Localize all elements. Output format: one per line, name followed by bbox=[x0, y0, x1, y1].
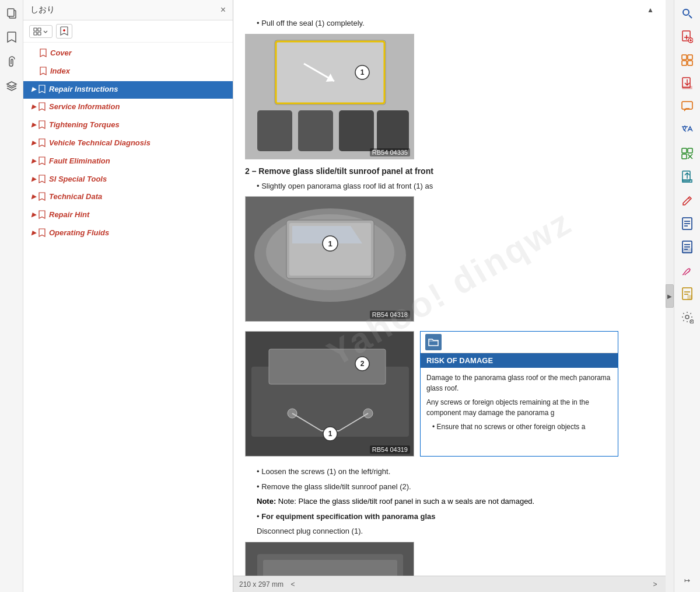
translate-button[interactable] bbox=[677, 120, 697, 140]
doc-image-3: 2 1 RB54 04319 bbox=[245, 331, 414, 457]
right-iconbar-collapse-button[interactable]: ↦ bbox=[677, 572, 697, 588]
svg-rect-10 bbox=[377, 110, 409, 151]
arrow-repair-hint-icon: ▶ bbox=[32, 211, 36, 219]
arrow-service-icon: ▶ bbox=[32, 103, 36, 111]
svg-rect-68 bbox=[682, 249, 692, 253]
content-scroll-area[interactable]: Yahoo! dinqwz ▲ Pull off the seal (1) co… bbox=[233, 0, 666, 576]
doc-image-4: 1 bbox=[245, 542, 414, 576]
content-wrapper: ◀ Yahoo! dinqwz ▲ Pull off the seal (1) … bbox=[233, 0, 700, 592]
layers-icon[interactable] bbox=[4, 78, 20, 95]
svg-text:1: 1 bbox=[360, 68, 365, 76]
bookmark-nav-icon[interactable] bbox=[4, 29, 20, 46]
svg-rect-5 bbox=[38, 32, 41, 35]
sidebar-item-service-information[interactable]: ▶ Service Information bbox=[23, 99, 233, 117]
sidebar-item-repair-label: Repair Instructions bbox=[49, 84, 228, 95]
scroll-up-button[interactable]: ▲ bbox=[647, 6, 654, 14]
sidebar-item-si-label: SI Special Tools bbox=[49, 174, 228, 184]
grid-view-button[interactable] bbox=[29, 25, 52, 38]
document-list-button[interactable] bbox=[677, 237, 697, 257]
car-roof-img: 1 bbox=[246, 197, 414, 321]
comment-button[interactable] bbox=[677, 97, 697, 117]
settings-button[interactable] bbox=[677, 307, 697, 327]
download-button[interactable] bbox=[677, 74, 697, 93]
sidebar-item-operating-fluids[interactable]: ▶ Operating Fluids bbox=[23, 225, 233, 243]
bookmark-repair-hint-icon bbox=[38, 210, 46, 222]
scissors-button[interactable] bbox=[677, 144, 697, 163]
svg-rect-7 bbox=[257, 110, 292, 151]
sidebar-item-vehicle-label: Vehicle Technical Diagnosis bbox=[49, 138, 228, 148]
export-button[interactable] bbox=[677, 167, 697, 187]
edit-button[interactable] bbox=[677, 190, 697, 210]
arrow-si-icon: ▶ bbox=[32, 175, 36, 183]
sidebar-item-repair-instructions[interactable]: ▶ Repair Instructions bbox=[23, 81, 233, 99]
risk-line-2: Any screws or foreign objects remaining … bbox=[426, 397, 612, 418]
status-right-arrow[interactable]: > bbox=[650, 580, 660, 589]
copy-icon[interactable] bbox=[4, 5, 20, 21]
svg-rect-51 bbox=[688, 61, 692, 65]
document-yellow-button[interactable] bbox=[677, 284, 697, 304]
layout-view-button[interactable] bbox=[677, 50, 697, 70]
sidebar-item-si-special-tools[interactable]: ▶ SI Special Tools bbox=[23, 171, 233, 189]
sidebar-item-technical-label: Technical Data bbox=[49, 191, 228, 202]
bookmark-si-icon bbox=[38, 175, 46, 186]
document-blue-button[interactable] bbox=[677, 214, 697, 234]
svg-rect-56 bbox=[682, 154, 687, 159]
sidebar-item-fault-label: Fault Elimination bbox=[49, 156, 228, 166]
risk-box-folder-icon bbox=[425, 334, 442, 350]
sidebar-item-cover-label: Cover bbox=[50, 48, 228, 58]
bookmark-vehicle-icon bbox=[38, 138, 46, 150]
page-size-label: 210 x 297 mm bbox=[239, 580, 284, 588]
content-bullet-2: Slightly open panorama glass roof lid at… bbox=[257, 180, 654, 192]
arrow-tightening-icon: ▶ bbox=[32, 121, 36, 129]
risk-box-icon-row bbox=[421, 332, 618, 353]
svg-rect-4 bbox=[34, 32, 37, 35]
content-bullet-5b: Disconnect plug connection (1). bbox=[257, 525, 654, 537]
status-left-arrow[interactable]: < bbox=[288, 580, 298, 589]
risk-bullet: Ensure that no screws or other foreign o… bbox=[432, 422, 612, 432]
arrow-operating-icon: ▶ bbox=[32, 229, 36, 237]
car-interior-img: 1 bbox=[246, 34, 414, 159]
document-add-button[interactable] bbox=[677, 27, 697, 47]
doc-image-1: 1 RB54 04335 bbox=[245, 34, 414, 159]
zoom-search-button[interactable] bbox=[677, 4, 697, 23]
sidebar-toolbar bbox=[23, 20, 233, 43]
svg-rect-2 bbox=[34, 28, 37, 31]
bookmark-technical-icon bbox=[38, 192, 46, 204]
sidebar-item-fault-elimination[interactable]: ▶ Fault Elimination bbox=[23, 153, 233, 171]
signature-button[interactable] bbox=[677, 260, 697, 280]
status-bar-right: > bbox=[650, 580, 660, 589]
content-note: Note: Note: Place the glass slide/tilt r… bbox=[257, 496, 654, 507]
sidebar-item-cover[interactable]: Cover bbox=[23, 45, 233, 63]
sidebar-close-button[interactable]: × bbox=[220, 5, 226, 15]
sidebar-item-repair-hint-label: Repair Hint bbox=[49, 210, 228, 220]
svg-rect-49 bbox=[688, 55, 692, 60]
main-right-collapse-button[interactable]: ▶ bbox=[666, 284, 674, 308]
risk-box-header: RISK OF DAMAGE bbox=[421, 353, 618, 368]
svg-rect-54 bbox=[682, 148, 687, 153]
sidebar-item-index[interactable]: Index bbox=[23, 63, 233, 81]
bookmark-tightening-icon bbox=[38, 120, 46, 132]
content-bullet-5: For equipment specification with panoram… bbox=[257, 511, 654, 523]
svg-text:1: 1 bbox=[328, 239, 332, 248]
bookmark-fault-icon bbox=[38, 156, 46, 168]
paperclip-icon[interactable] bbox=[4, 54, 20, 70]
sidebar-item-repair-hint[interactable]: ▶ Repair Hint bbox=[23, 207, 233, 225]
sidebar: しおり × Cover bbox=[23, 0, 233, 592]
section2-heading: 2 – Remove glass slide/tilt sunroof pane… bbox=[245, 166, 654, 176]
svg-point-44 bbox=[683, 9, 689, 15]
sidebar-item-tightening-label: Tightening Torques bbox=[49, 120, 228, 130]
bookmark-tool-button[interactable] bbox=[56, 24, 72, 39]
svg-text:2: 2 bbox=[360, 360, 365, 368]
status-bar-left: 210 x 297 mm < bbox=[239, 580, 298, 589]
left-iconbar bbox=[0, 0, 23, 592]
svg-rect-9 bbox=[339, 110, 374, 151]
sidebar-item-technical-data[interactable]: ▶ Technical Data bbox=[23, 189, 233, 207]
svg-rect-53 bbox=[682, 102, 692, 109]
sidebar-item-vehicle-technical[interactable]: ▶ Vehicle Technical Diagnosis bbox=[23, 135, 233, 153]
arrow-repair-icon: ▶ bbox=[32, 85, 36, 93]
doc-image-2: 1 RB54 04318 bbox=[245, 196, 414, 322]
svg-rect-50 bbox=[682, 61, 687, 65]
sidebar-item-tightening-torques[interactable]: ▶ Tightening Torques bbox=[23, 117, 233, 135]
bookmark-operating-icon bbox=[38, 228, 46, 240]
bookmark-repair-icon bbox=[38, 85, 46, 96]
